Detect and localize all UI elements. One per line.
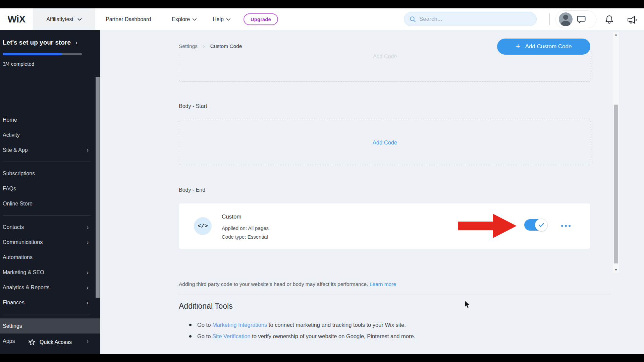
chevron-right-icon: ›	[203, 43, 205, 50]
chevron-down-icon	[193, 18, 197, 21]
quick-access-icon	[28, 339, 36, 346]
code-card-code-type: Code type: Essential	[222, 234, 268, 240]
sidebar-item-label: Communications	[3, 239, 43, 245]
sidebar-item-finances[interactable]: Finances›	[0, 295, 100, 310]
chevron-right-icon: ›	[87, 224, 89, 231]
sidebar-item-analytics-reports[interactable]: Analytics & Reports›	[0, 280, 100, 295]
chevron-right-icon: ›	[87, 147, 89, 154]
sidebar-item-faqs[interactable]: FAQs	[0, 181, 100, 196]
top-header: WiX Affiliatlytest Partner Dashboard Exp…	[0, 8, 644, 30]
bullet-text: to verify ownership of your website on G…	[251, 333, 416, 339]
nav-partner-dashboard-label: Partner Dashboard	[106, 16, 151, 22]
dot-icon	[565, 225, 567, 227]
letterbox-bottom	[0, 354, 644, 362]
scroll-up-arrow[interactable]: ▲	[613, 32, 619, 37]
body-start-dropzone: Add Code	[179, 120, 591, 165]
notifications-button[interactable]	[604, 14, 614, 25]
search-placeholder: Search...	[419, 16, 442, 22]
chevron-right-icon: ›	[87, 239, 89, 246]
additional-tools-list: Go to Marketing Integrations to connect …	[188, 319, 415, 342]
add-code-link[interactable]: Add Code	[373, 139, 397, 146]
add-custom-code-label: Add Custom Code	[525, 43, 572, 50]
sidebar-divider	[3, 314, 91, 314]
nav-explore[interactable]: Explore	[172, 8, 197, 30]
custom-code-page: Settings › Custom Code + Add Custom Code…	[100, 30, 644, 354]
sidebar-item-label: Analytics & Reports	[3, 285, 50, 291]
custom-code-card: </> Custom Applied on: All pages Code ty…	[179, 203, 590, 249]
list-item: Go to Marketing Integrations to connect …	[188, 319, 415, 330]
page-scrollbar[interactable]: ▲ ▼	[613, 32, 619, 273]
sidebar: Let's set up your store › 3/4 completed …	[0, 30, 100, 354]
site-verification-link[interactable]: Site Verification	[212, 333, 251, 339]
sidebar-item-automations[interactable]: Automations	[0, 250, 100, 265]
sidebar-item-label: Subscriptions	[3, 171, 35, 177]
wix-logo[interactable]: WiX	[0, 8, 33, 30]
scroll-down-arrow[interactable]: ▼	[613, 267, 619, 273]
breadcrumb-settings[interactable]: Settings	[179, 43, 198, 49]
learn-more-link[interactable]: Learn more	[370, 281, 396, 287]
bullet-text: to connect marketing and tracking tools …	[267, 322, 406, 328]
sidebar-item-home[interactable]: Home	[0, 112, 100, 127]
letterbox-top	[0, 0, 644, 8]
sidebar-divider	[3, 162, 91, 162]
breadcrumb-custom-code: Custom Code	[210, 43, 242, 49]
store-setup-panel[interactable]: Let's set up your store › 3/4 completed	[0, 30, 100, 67]
nav-explore-label: Explore	[172, 16, 190, 22]
avatar[interactable]	[559, 12, 573, 26]
search-input[interactable]: Search...	[404, 12, 537, 26]
sidebar-item-online-store[interactable]: Online Store	[0, 196, 100, 211]
sidebar-item-marketing-seo[interactable]: Marketing & SEO›	[0, 265, 100, 280]
chevron-right-icon: ›	[87, 269, 89, 276]
account-menu[interactable]	[555, 10, 596, 28]
code-icon: </>	[194, 217, 212, 235]
code-card-applied-on: Applied on: All pages	[222, 225, 269, 231]
sidebar-item-label: Activity	[3, 132, 20, 138]
sidebar-item-activity[interactable]: Activity	[0, 127, 100, 142]
marketing-integrations-link[interactable]: Marketing Integrations	[212, 322, 267, 328]
code-card-title: Custom	[222, 214, 241, 220]
chevron-right-icon: ›	[87, 299, 89, 306]
chevron-right-icon: ›	[87, 284, 89, 291]
scrollbar-thumb[interactable]	[614, 105, 618, 263]
announcements-button[interactable]	[627, 14, 637, 25]
sidebar-item-label: Marketing & SEO	[3, 269, 44, 276]
nav-help[interactable]: Help	[213, 8, 230, 30]
head-code-dropzone: Add Code	[179, 51, 591, 82]
nav-partner-dashboard[interactable]: Partner Dashboard	[106, 8, 151, 30]
chat-icon[interactable]	[577, 15, 586, 24]
sidebar-item-label: Home	[3, 117, 17, 123]
sidebar-scrollbar-thumb[interactable]	[96, 77, 100, 298]
sidebar-item-site-and-app[interactable]: Site & App›	[0, 142, 100, 158]
setup-progress-bar	[3, 53, 82, 55]
sidebar-item-label: Contacts	[3, 224, 24, 230]
sidebar-item-label: Online Store	[3, 201, 33, 207]
more-options-button[interactable]	[561, 223, 575, 229]
chevron-down-icon	[226, 18, 230, 21]
search-icon	[410, 16, 416, 22]
body-start-label: Body - Start	[179, 103, 207, 109]
upgrade-button[interactable]: Upgrade	[244, 13, 278, 25]
store-setup-title[interactable]: Let's set up your store ›	[3, 39, 97, 46]
sidebar-item-label: Automations	[3, 254, 33, 260]
sidebar-item-label: FAQs	[3, 186, 16, 192]
sidebar-item-contacts[interactable]: Contacts›	[0, 220, 100, 235]
toggle-knob	[535, 219, 548, 231]
bullet-text: Go to	[197, 322, 212, 328]
red-arrow-annotation	[458, 214, 517, 238]
quick-access-button[interactable]: Quick Access	[0, 330, 100, 354]
account-name: Affiliatlytest	[46, 16, 73, 22]
sidebar-item-communications[interactable]: Communications›	[0, 235, 100, 250]
account-switcher[interactable]: Affiliatlytest	[33, 8, 95, 30]
sidebar-nav: Home Activity Site & App› Subscriptions …	[0, 112, 100, 354]
bullet-text: Go to	[197, 333, 212, 339]
bell-icon	[605, 15, 614, 25]
sidebar-item-label: Site & App	[3, 147, 28, 153]
sidebar-item-subscriptions[interactable]: Subscriptions	[0, 166, 100, 181]
setup-progress-label: 3/4 completed	[3, 61, 97, 67]
code-enabled-toggle[interactable]	[524, 219, 547, 231]
setup-progress-fill	[3, 53, 62, 55]
breadcrumb: Settings › Custom Code	[179, 43, 242, 50]
dot-icon	[569, 225, 571, 227]
chevron-right-icon: ›	[75, 39, 77, 46]
quick-access-label: Quick Access	[40, 339, 72, 345]
